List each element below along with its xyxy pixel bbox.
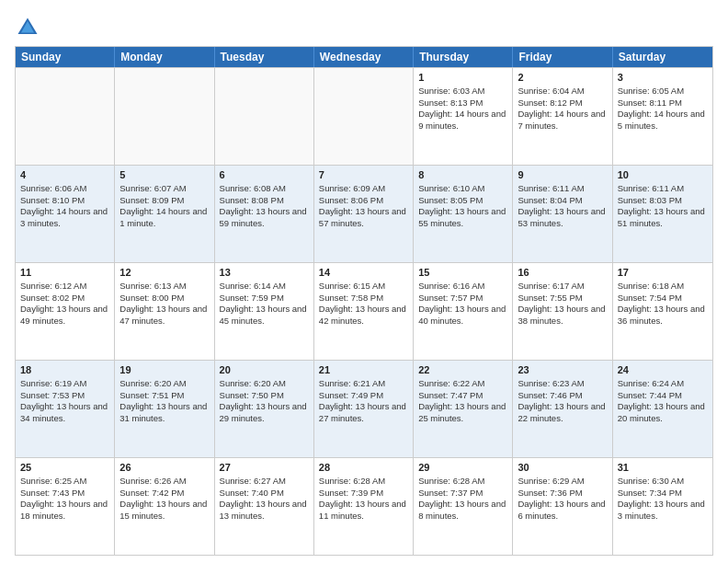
- daylight-text: Daylight: 13 hours and 6 minutes.: [518, 499, 605, 521]
- day-number: 14: [319, 266, 408, 280]
- day-number: 7: [319, 168, 408, 182]
- calendar-cell-day-17: 17Sunrise: 6:18 AMSunset: 7:54 PMDayligh…: [613, 263, 712, 360]
- sunset-text: Sunset: 8:05 PM: [418, 195, 483, 205]
- sunrise-text: Sunrise: 6:25 AM: [20, 476, 86, 486]
- sunrise-text: Sunrise: 6:11 AM: [518, 183, 584, 193]
- sunrise-text: Sunrise: 6:08 AM: [220, 183, 286, 193]
- calendar-cell-empty: [215, 68, 314, 165]
- calendar-weekday-friday: Friday: [513, 47, 612, 67]
- calendar-cell-day-10: 10Sunrise: 6:11 AMSunset: 8:03 PMDayligh…: [613, 166, 712, 262]
- sunrise-text: Sunrise: 6:03 AM: [418, 86, 484, 96]
- day-number: 2: [518, 71, 607, 85]
- page: SundayMondayTuesdayWednesdayThursdayFrid…: [0, 0, 728, 563]
- sunset-text: Sunset: 7:49 PM: [319, 390, 383, 400]
- sunset-text: Sunset: 7:44 PM: [618, 390, 682, 400]
- day-number: 10: [618, 168, 708, 182]
- calendar-cell-day-16: 16Sunrise: 6:17 AMSunset: 7:55 PMDayligh…: [513, 263, 612, 360]
- sunrise-text: Sunrise: 6:23 AM: [518, 378, 584, 388]
- sunrise-text: Sunrise: 6:05 AM: [618, 86, 684, 96]
- sunrise-text: Sunrise: 6:11 AM: [618, 183, 684, 193]
- sunrise-text: Sunrise: 6:18 AM: [618, 281, 684, 291]
- daylight-text: Daylight: 13 hours and 38 minutes.: [518, 304, 605, 326]
- day-number: 16: [518, 266, 607, 280]
- daylight-text: Daylight: 13 hours and 11 minutes.: [319, 499, 406, 521]
- daylight-text: Daylight: 13 hours and 22 minutes.: [518, 401, 605, 423]
- calendar-cell-day-15: 15Sunrise: 6:16 AMSunset: 7:57 PMDayligh…: [414, 263, 513, 360]
- day-number: 20: [220, 363, 309, 377]
- daylight-text: Daylight: 13 hours and 42 minutes.: [319, 304, 406, 326]
- calendar-cell-day-12: 12Sunrise: 6:13 AMSunset: 8:00 PMDayligh…: [115, 263, 214, 360]
- calendar-weekday-sunday: Sunday: [16, 47, 115, 67]
- daylight-text: Daylight: 13 hours and 40 minutes.: [418, 304, 506, 326]
- sunrise-text: Sunrise: 6:17 AM: [518, 281, 584, 291]
- daylight-text: Daylight: 13 hours and 55 minutes.: [418, 206, 506, 228]
- sunrise-text: Sunrise: 6:21 AM: [319, 378, 385, 388]
- calendar-cell-day-27: 27Sunrise: 6:27 AMSunset: 7:40 PMDayligh…: [215, 458, 314, 555]
- daylight-text: Daylight: 13 hours and 34 minutes.: [20, 401, 108, 423]
- sunrise-text: Sunrise: 6:29 AM: [518, 476, 584, 486]
- calendar-cell-day-28: 28Sunrise: 6:28 AMSunset: 7:39 PMDayligh…: [314, 458, 414, 555]
- sunset-text: Sunset: 8:06 PM: [319, 195, 383, 205]
- calendar-cell-day-4: 4Sunrise: 6:06 AMSunset: 8:10 PMDaylight…: [16, 166, 115, 262]
- calendar-cell-day-31: 31Sunrise: 6:30 AMSunset: 7:34 PMDayligh…: [613, 458, 712, 555]
- calendar-cell-empty: [115, 68, 214, 165]
- sunset-text: Sunset: 7:34 PM: [618, 488, 682, 498]
- sunrise-text: Sunrise: 6:15 AM: [319, 281, 385, 291]
- sunset-text: Sunset: 7:53 PM: [20, 390, 85, 400]
- calendar-week-1: 1Sunrise: 6:03 AMSunset: 8:13 PMDaylight…: [16, 67, 712, 165]
- sunrise-text: Sunrise: 6:28 AM: [319, 476, 385, 486]
- daylight-text: Daylight: 14 hours and 1 minute.: [119, 206, 207, 228]
- day-number: 18: [20, 363, 109, 377]
- sunrise-text: Sunrise: 6:07 AM: [119, 183, 186, 193]
- calendar-body: 1Sunrise: 6:03 AMSunset: 8:13 PMDaylight…: [16, 67, 712, 555]
- calendar-week-3: 11Sunrise: 6:12 AMSunset: 8:02 PMDayligh…: [16, 262, 712, 360]
- calendar-cell-day-23: 23Sunrise: 6:23 AMSunset: 7:46 PMDayligh…: [513, 361, 612, 457]
- calendar-weekday-monday: Monday: [115, 47, 214, 67]
- day-number: 31: [618, 461, 708, 475]
- sunset-text: Sunset: 8:09 PM: [119, 195, 184, 205]
- sunset-text: Sunset: 7:46 PM: [518, 390, 582, 400]
- daylight-text: Daylight: 14 hours and 9 minutes.: [418, 109, 506, 131]
- daylight-text: Daylight: 13 hours and 8 minutes.: [418, 499, 506, 521]
- sunset-text: Sunset: 7:54 PM: [618, 293, 682, 303]
- day-number: 5: [119, 168, 209, 182]
- sunset-text: Sunset: 8:08 PM: [220, 195, 284, 205]
- sunset-text: Sunset: 8:03 PM: [618, 195, 682, 205]
- sunset-text: Sunset: 8:12 PM: [518, 98, 582, 108]
- sunrise-text: Sunrise: 6:10 AM: [418, 183, 484, 193]
- sunrise-text: Sunrise: 6:14 AM: [220, 281, 286, 291]
- calendar-cell-day-18: 18Sunrise: 6:19 AMSunset: 7:53 PMDayligh…: [16, 361, 115, 457]
- calendar-weekday-saturday: Saturday: [613, 47, 712, 67]
- calendar-week-2: 4Sunrise: 6:06 AMSunset: 8:10 PMDaylight…: [16, 165, 712, 262]
- calendar-weekday-thursday: Thursday: [414, 47, 513, 67]
- logo: [15, 15, 44, 40]
- daylight-text: Daylight: 13 hours and 51 minutes.: [618, 206, 705, 228]
- sunset-text: Sunset: 7:51 PM: [119, 390, 184, 400]
- sunset-text: Sunset: 8:04 PM: [518, 195, 582, 205]
- day-number: 4: [20, 168, 109, 182]
- sunrise-text: Sunrise: 6:12 AM: [20, 281, 86, 291]
- day-number: 13: [220, 266, 309, 280]
- daylight-text: Daylight: 13 hours and 53 minutes.: [518, 206, 605, 228]
- daylight-text: Daylight: 13 hours and 57 minutes.: [319, 206, 406, 228]
- day-number: 30: [518, 461, 607, 475]
- sunrise-text: Sunrise: 6:09 AM: [319, 183, 385, 193]
- sunrise-text: Sunrise: 6:27 AM: [220, 476, 286, 486]
- day-number: 22: [418, 363, 507, 377]
- calendar-cell-empty: [16, 68, 115, 165]
- day-number: 28: [319, 461, 408, 475]
- calendar-cell-day-26: 26Sunrise: 6:26 AMSunset: 7:42 PMDayligh…: [115, 458, 214, 555]
- calendar-cell-day-20: 20Sunrise: 6:20 AMSunset: 7:50 PMDayligh…: [215, 361, 314, 457]
- sunset-text: Sunset: 7:36 PM: [518, 488, 582, 498]
- sunset-text: Sunset: 7:42 PM: [119, 488, 184, 498]
- sunrise-text: Sunrise: 6:20 AM: [119, 378, 186, 388]
- sunset-text: Sunset: 8:13 PM: [418, 98, 483, 108]
- calendar-weekday-tuesday: Tuesday: [215, 47, 314, 67]
- sunset-text: Sunset: 7:40 PM: [220, 488, 284, 498]
- daylight-text: Daylight: 14 hours and 7 minutes.: [518, 109, 605, 131]
- day-number: 1: [418, 71, 507, 85]
- calendar-cell-day-2: 2Sunrise: 6:04 AMSunset: 8:12 PMDaylight…: [513, 68, 612, 165]
- header: [15, 11, 713, 40]
- sunrise-text: Sunrise: 6:16 AM: [418, 281, 484, 291]
- day-number: 15: [418, 266, 507, 280]
